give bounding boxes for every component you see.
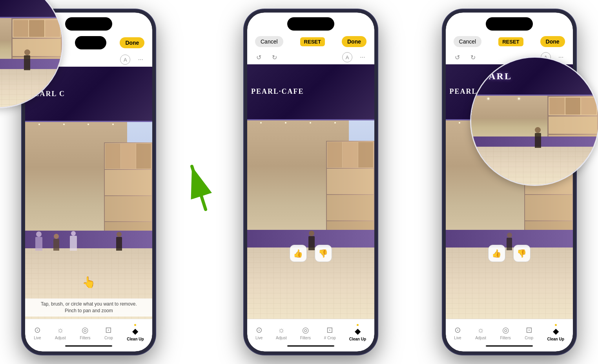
filters-label: Filters xyxy=(80,336,90,340)
dynamic-island-2 xyxy=(287,17,334,31)
adjust-icon-2: ☼ xyxy=(278,326,285,335)
zoom-circle-3: PEARL xyxy=(470,56,598,186)
crop-icon: ⊡ xyxy=(105,325,112,335)
phone-3-thumbs: 👍 👎 xyxy=(446,245,573,262)
phone-1-wrapper: PEARL C xyxy=(22,9,155,355)
auto-enhance-icon[interactable]: A xyxy=(120,55,130,65)
cleanup-label-3: Clean Up xyxy=(547,337,564,341)
crop-label-3: Crop xyxy=(525,336,533,340)
arrow-container xyxy=(184,143,215,221)
phone-1-tab-cleanup[interactable]: ◆ Clean Up xyxy=(124,322,146,343)
adjust-icon: ☼ xyxy=(57,326,64,335)
phone-2: Cancel RESET Done ↺ ↻ A ··· xyxy=(244,9,377,355)
phone-1-bottom-toolbar: ⊙ Live ☼ Adjust ◎ Filters ⊡ Crop xyxy=(25,319,152,351)
phone-2-cancel-button[interactable]: Cancel xyxy=(255,36,283,47)
phone-1-dynamic-island-spacer xyxy=(75,36,106,49)
hand-cursor-icon: 👆 xyxy=(82,276,96,289)
cleanup-label-2: Clean Up xyxy=(349,337,366,341)
phone-3-tab-filters[interactable]: ◎ Filters xyxy=(498,324,513,342)
cleanup-label: Clean Up xyxy=(127,337,144,341)
more-options-icon-2[interactable]: ··· xyxy=(357,52,368,63)
phone-1-right-icons: A ··· xyxy=(120,54,146,65)
live-label-3: Live xyxy=(454,336,461,340)
live-label-2: Live xyxy=(255,336,263,340)
phone-2-photo-area: PEARL·CAFE xyxy=(247,64,374,319)
dynamic-island-3 xyxy=(486,17,533,31)
cleanup-dot-1 xyxy=(134,324,136,326)
crop-label-2: # Crop xyxy=(324,336,336,340)
dynamic-island-1 xyxy=(65,17,112,31)
phone-3-tab-live[interactable]: ⊙ Live xyxy=(452,324,463,342)
phone-2-tab-filters[interactable]: ◎ Filters xyxy=(298,324,313,342)
undo-icon-3[interactable]: ↺ xyxy=(452,52,463,63)
zoom-circle-1: PEARL C xyxy=(0,0,63,108)
cleanup-icon-3: ◆ xyxy=(553,326,559,336)
filters-label-2: Filters xyxy=(300,336,311,340)
phone-3-tab-adjust[interactable]: ☼ Adjust xyxy=(473,324,489,342)
phone-2-screen: Cancel RESET Done ↺ ↻ A ··· xyxy=(247,13,374,351)
adjust-label-2: Adjust xyxy=(276,336,287,340)
phone-2-done-button[interactable]: Done xyxy=(342,36,366,47)
phone-2-tab-adjust[interactable]: ☼ Adjust xyxy=(273,324,289,342)
auto-enhance-icon-2[interactable]: A xyxy=(342,52,352,62)
filters-icon: ◎ xyxy=(82,325,88,335)
redo-icon-2[interactable]: ↻ xyxy=(269,52,280,63)
phone-2-tabs: ⊙ Live ☼ Adjust ◎ Filters ⊡ # Crop xyxy=(249,322,373,343)
cleanup-dot-3 xyxy=(555,324,557,326)
green-arrow xyxy=(184,147,215,217)
more-options-icon[interactable]: ··· xyxy=(135,54,146,65)
filters-icon-2: ◎ xyxy=(302,325,309,335)
phone-3-reset-button[interactable]: RESET xyxy=(498,37,523,46)
crop-label: Crop xyxy=(104,336,113,340)
cleanup-dot-2 xyxy=(357,324,359,326)
phone-1-tab-adjust[interactable]: ☼ Adjust xyxy=(53,324,68,342)
phone-3-bottom-toolbar: ⊙ Live ☼ Adjust ◎ Filters ⊡ Crop xyxy=(446,319,573,351)
live-icon: ⊙ xyxy=(34,325,41,335)
phone-1-tab-crop[interactable]: ⊡ Crop xyxy=(102,324,115,342)
phone-3-wrapper: PEARL xyxy=(443,9,576,355)
phone-3-tab-crop[interactable]: ⊡ Crop xyxy=(522,324,536,342)
phone-2-tab-crop[interactable]: ⊡ # Crop xyxy=(322,324,338,342)
filters-icon-3: ◎ xyxy=(502,325,509,335)
cleanup-icon: ◆ xyxy=(132,326,138,336)
home-indicator-3 xyxy=(486,345,533,347)
phone-2-left-icons: ↺ ↻ xyxy=(253,52,280,63)
adjust-label-3: Adjust xyxy=(475,336,486,340)
phone-2-thumbs: 👍 👎 xyxy=(247,245,374,262)
phone-2-reset-button[interactable]: RESET xyxy=(300,37,325,46)
home-indicator-1 xyxy=(65,345,112,347)
live-icon-2: ⊙ xyxy=(256,325,263,335)
phone-2-bottom-toolbar: ⊙ Live ☼ Adjust ◎ Filters ⊡ # Crop xyxy=(247,319,374,351)
adjust-label: Adjust xyxy=(55,336,66,340)
phone-2-wrapper: Cancel RESET Done ↺ ↻ A ··· xyxy=(244,9,377,355)
thumbs-down-button[interactable]: 👎 xyxy=(315,245,332,262)
phone-3-cancel-button[interactable]: Cancel xyxy=(454,36,482,47)
crop-icon-3: ⊡ xyxy=(526,325,532,335)
phone-2-toolbar: ↺ ↻ A ··· xyxy=(247,50,374,64)
thumbs-down-button-3[interactable]: 👎 xyxy=(513,245,531,262)
phone-1-instructions: Tap, brush, or circle what you want to r… xyxy=(25,298,152,317)
cleanup-icon-2: ◆ xyxy=(355,326,361,336)
thumbs-up-button[interactable]: 👍 xyxy=(290,245,307,262)
phone-3-tabs: ⊙ Live ☼ Adjust ◎ Filters ⊡ Crop xyxy=(447,322,571,343)
phone-1-tab-live[interactable]: ⊙ Live xyxy=(31,324,43,342)
phone-3-done-button[interactable]: Done xyxy=(540,36,565,47)
undo-icon-2[interactable]: ↺ xyxy=(253,52,264,63)
thumbs-up-button-3[interactable]: 👍 xyxy=(488,245,505,262)
crop-icon-2: ⊡ xyxy=(326,325,333,335)
phone-3-tab-cleanup[interactable]: ◆ Clean Up xyxy=(545,322,566,343)
filters-label-3: Filters xyxy=(500,336,511,340)
phone-1-tabs: ⊙ Live ☼ Adjust ◎ Filters ⊡ Crop xyxy=(27,322,151,343)
adjust-icon-3: ☼ xyxy=(477,326,484,335)
home-indicator-2 xyxy=(287,345,334,347)
phone-1-tab-filters[interactable]: ◎ Filters xyxy=(77,324,93,342)
live-label: Live xyxy=(34,336,41,340)
live-icon-3: ⊙ xyxy=(454,325,461,335)
phone-2-tab-live[interactable]: ⊙ Live xyxy=(253,324,265,342)
phone-2-right-icons: A ··· xyxy=(342,52,368,63)
phone-1-done-button[interactable]: Done xyxy=(120,37,144,48)
phone-2-tab-cleanup[interactable]: ◆ Clean Up xyxy=(347,322,368,343)
